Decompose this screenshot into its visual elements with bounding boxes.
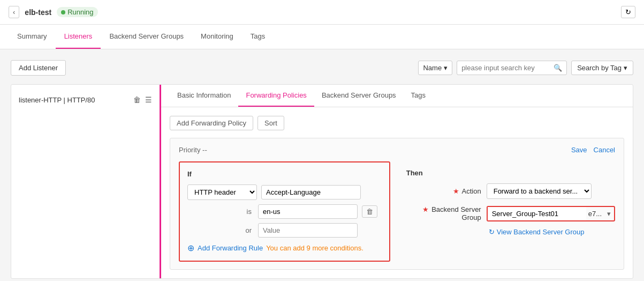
action-select-wrap: Forward to a backend ser... — [487, 183, 592, 199]
detail-tabs: Basic Information Forwarding Policies Ba… — [161, 85, 633, 107]
cancel-button[interactable]: Cancel — [594, 146, 615, 154]
or-row: or — [187, 223, 382, 238]
more-conditions-text: You can add 9 more conditions. — [266, 244, 363, 252]
tag-search-label: Search by Tag — [577, 64, 622, 72]
status-badge: Running — [57, 7, 97, 17]
tab-tags[interactable]: Tags — [404, 85, 433, 107]
back-button[interactable]: ‹ — [9, 6, 19, 18]
delete-condition-button[interactable]: 🗑 — [362, 205, 377, 218]
tab-monitoring[interactable]: Monitoring — [192, 25, 242, 49]
detail-panel: Basic Information Forwarding Policies Ba… — [161, 85, 633, 278]
listener-actions: 🗑 ☰ — [133, 95, 152, 104]
listener-panel: listener-HTTP | HTTP/80 🗑 ☰ — [11, 85, 161, 278]
policy-header: Priority -- Save Cancel — [179, 146, 615, 154]
search-type-label: Name — [423, 64, 442, 72]
backend-group-suffix: e7... — [586, 210, 604, 218]
split-layout: listener-HTTP | HTTP/80 🗑 ☰ Basic Inform… — [11, 84, 633, 279]
tab-basic-information[interactable]: Basic Information — [170, 85, 238, 107]
search-icon: 🔍 — [554, 64, 562, 72]
search-input[interactable] — [461, 64, 551, 72]
tab-backend-server-groups[interactable]: Backend Server Groups — [101, 25, 192, 49]
action-label: ★ Action — [406, 187, 481, 195]
add-listener-button[interactable]: Add Listener — [11, 60, 66, 76]
backend-group-input[interactable] — [488, 207, 586, 220]
condition-type-select[interactable]: HTTP header — [187, 184, 257, 200]
or-value-input[interactable] — [258, 223, 358, 238]
tab-tags[interactable]: Tags — [242, 25, 274, 49]
condition-value-input[interactable] — [261, 185, 361, 199]
add-forwarding-policy-button[interactable]: Add Forwarding Policy — [170, 116, 253, 130]
policy-body: If HTTP header is 🗑 — [179, 161, 615, 262]
required-star-2: ★ — [422, 205, 429, 213]
listener-name: listener-HTTP | HTTP/80 — [19, 96, 130, 104]
listener-delete-button[interactable]: 🗑 — [133, 95, 141, 104]
save-button[interactable]: Save — [571, 146, 587, 154]
action-row: ★ Action Forward to a backend ser... — [406, 183, 615, 199]
tab-forwarding-policies[interactable]: Forwarding Policies — [238, 85, 314, 107]
policy-actions: Save Cancel — [571, 146, 615, 154]
backend-group-chevron: ▾ — [604, 210, 614, 218]
tab-backend-server-groups[interactable]: Backend Server Groups — [314, 85, 404, 107]
add-rule-plus-icon[interactable]: ⊕ — [187, 243, 194, 253]
view-link-row: ↻ View Backend Server Group — [489, 228, 615, 236]
view-backend-server-group-link[interactable]: View Backend Server Group — [497, 228, 585, 236]
top-bar-left: ‹ elb-test Running — [9, 6, 98, 18]
is-label: is — [187, 208, 252, 216]
sort-button[interactable]: Sort — [257, 116, 284, 130]
add-rule-row: ⊕ Add Forwarding Rule You can add 9 more… — [187, 243, 382, 253]
if-section: If HTTP header is 🗑 — [179, 161, 390, 262]
status-dot — [61, 10, 65, 14]
main-content: Add Listener Name ▾ 🔍 Search by Tag ▾ li… — [0, 49, 644, 281]
refresh-icon[interactable]: ↻ — [489, 228, 495, 236]
status-text: Running — [67, 8, 93, 16]
condition-type-row: HTTP header — [187, 184, 382, 200]
listener-item: listener-HTTP | HTTP/80 🗑 ☰ — [11, 90, 160, 109]
then-label: Then — [406, 169, 615, 177]
backend-group-label: ★ Backend Server Group — [406, 205, 481, 221]
required-star: ★ — [453, 187, 459, 195]
backend-group-select-wrap: e7... ▾ — [487, 206, 615, 221]
resource-name: elb-test — [25, 8, 51, 17]
chevron-down-icon: ▾ — [624, 64, 627, 72]
top-bar: ‹ elb-test Running ↻ — [0, 0, 644, 25]
search-type-dropdown[interactable]: Name ▾ — [418, 61, 452, 75]
chevron-down-icon: ▾ — [444, 64, 448, 72]
backend-group-row: ★ Backend Server Group e7... ▾ — [406, 205, 615, 221]
toolbar: Add Listener Name ▾ 🔍 Search by Tag ▾ — [11, 60, 633, 76]
search-by-tag-button[interactable]: Search by Tag ▾ — [571, 61, 633, 75]
tab-summary[interactable]: Summary — [9, 25, 56, 49]
tab-listeners[interactable]: Listeners — [56, 25, 101, 49]
or-label: or — [187, 226, 252, 234]
add-forwarding-rule-link[interactable]: Add Forwarding Rule — [198, 244, 263, 252]
search-input-wrap: 🔍 — [457, 61, 567, 75]
is-row: is 🗑 — [187, 204, 382, 219]
nav-tabs: Summary Listeners Backend Server Groups … — [0, 25, 644, 49]
fw-toolbar: Add Forwarding Policy Sort — [170, 116, 624, 130]
if-label: If — [187, 170, 382, 178]
policy-card: Priority -- Save Cancel If HTTP — [170, 138, 624, 270]
is-value-input[interactable] — [258, 204, 358, 219]
then-section: Then ★ Action Forward to a backend ser..… — [401, 161, 615, 262]
listener-menu-button[interactable]: ☰ — [145, 95, 152, 104]
forwarding-content: Add Forwarding Policy Sort Priority -- S… — [161, 107, 633, 278]
refresh-button[interactable]: ↻ — [621, 6, 635, 18]
policy-title: Priority -- — [179, 146, 207, 154]
action-select[interactable]: Forward to a backend ser... — [487, 183, 592, 199]
search-area: Name ▾ 🔍 Search by Tag ▾ — [418, 61, 633, 75]
